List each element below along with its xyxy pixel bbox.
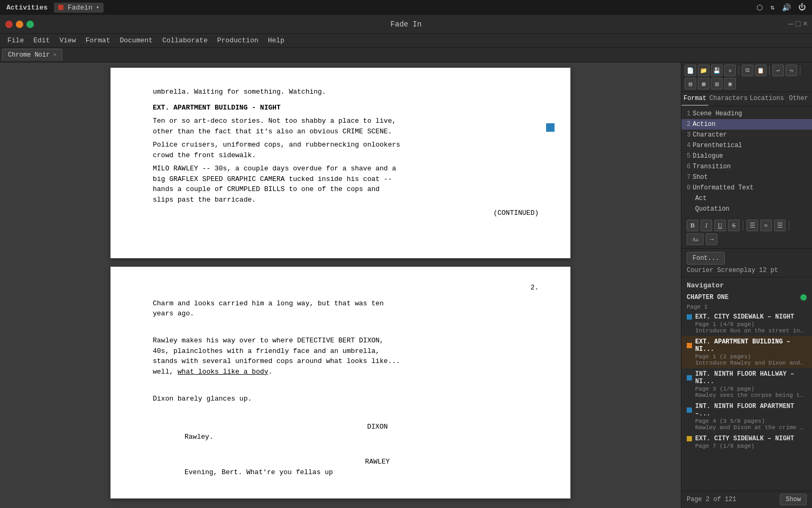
nav-scene-4-header: INT. NINTH FLOOR APARTMENT –... [687, 403, 807, 418]
align-left-button[interactable]: ☰ [746, 220, 758, 231]
format-character[interactable]: 3 Character [681, 130, 812, 140]
page2-action2-end: . [268, 368, 272, 376]
window-btn-2[interactable]: □ [796, 20, 801, 29]
menu-document[interactable]: Document [115, 35, 156, 46]
page1-action2: Police cruisers, uniformed cops, and rub… [153, 140, 539, 160]
tab-bar: Chrome Noir × [0, 48, 812, 62]
nav-scene-5-header: EXT. CITY SIDEWALK – NIGHT [687, 435, 807, 442]
menu-production[interactable]: Production [213, 35, 263, 46]
tab-close-button[interactable]: × [53, 52, 57, 58]
app-menu-arrow: ▾ [96, 4, 99, 11]
page2-action2: Rawley makes his way over to where DETEC… [153, 335, 539, 377]
format-act[interactable]: Act [681, 193, 812, 204]
toolbar-view3-btn[interactable]: ▥ [711, 78, 723, 89]
main-area: umbrella. Waiting for something. Watchin… [0, 62, 812, 508]
tab-characters[interactable]: Characters [708, 92, 749, 106]
toolbar-save-btn[interactable]: 💾 [711, 65, 723, 76]
window-btn-3[interactable]: × [802, 20, 808, 29]
menu-format[interactable]: Format [81, 35, 115, 46]
page1-top-text: umbrella. Waiting for something. Watchin… [153, 87, 539, 97]
title-bar: Fade In — □ × [0, 15, 812, 34]
format-scene-heading[interactable]: 1 Scene Heading [681, 108, 812, 119]
nav-scene-1[interactable]: EXT. CITY SIDEWALK – NIGHT Page 1 (4/8 p… [681, 311, 812, 336]
format-quotation[interactable]: Quotation [681, 204, 812, 214]
volume-icon: 🔊 [782, 3, 791, 12]
page-1: umbrella. Waiting for something. Watchin… [110, 68, 570, 258]
toolbar-view1-btn[interactable]: ▤ [685, 78, 696, 89]
align-center-button[interactable]: ≡ [760, 220, 772, 231]
fmt-sep2 [789, 221, 789, 230]
format-action[interactable]: 2 Action [681, 119, 812, 130]
show-button[interactable]: Show [780, 494, 807, 505]
bold-button[interactable]: B [687, 220, 698, 231]
page2-char1: DIXON [216, 422, 539, 432]
toolbar-copy-btn[interactable]: ⧉ [742, 65, 753, 76]
toolbar-open-btn[interactable]: 📁 [698, 65, 709, 76]
align-right-button[interactable]: ☰ [774, 220, 786, 231]
text-size-decrease-button[interactable]: Aa [687, 233, 704, 245]
page2-dial1: Rawley. [184, 432, 507, 442]
app-menu[interactable]: Fadein ▾ [54, 3, 104, 13]
window-close-btn[interactable] [5, 21, 13, 28]
format-unformatted[interactable]: 0 Unformatted Text [681, 183, 812, 193]
toolbar-view4-btn[interactable]: ▣ [724, 78, 736, 89]
menu-view[interactable]: View [55, 35, 80, 46]
toolbar-undo-btn[interactable]: ↩ [772, 65, 784, 76]
format-num-6: 6 [687, 163, 690, 170]
menu-file[interactable]: File [3, 35, 28, 46]
italic-button[interactable]: I [700, 220, 712, 231]
nav-scene-5[interactable]: EXT. CITY SIDEWALK – NIGHT Page 7 (1/8 p… [681, 433, 812, 450]
nav-scene-2[interactable]: EXT. APARTMENT BUILDING – NI... Page 1 (… [681, 336, 812, 368]
format-num-0: 0 [687, 184, 690, 192]
text-indent-button[interactable]: → [706, 233, 717, 245]
scene-marker [546, 123, 555, 132]
toolbar-close-btn[interactable]: ✕ [724, 65, 736, 76]
format-label-dialogue: Dialogue [693, 152, 723, 160]
toolbar-new-btn[interactable]: 📄 [685, 65, 696, 76]
format-shot[interactable]: 7 Shot [681, 172, 812, 183]
tab-format[interactable]: Format [681, 92, 708, 106]
nav-scene-4[interactable]: INT. NINTH FLOOR APARTMENT –... Page 4 (… [681, 401, 812, 433]
underline-button[interactable]: U [714, 220, 726, 231]
page1-action1: Ten or so art-deco stories. Not too shab… [153, 116, 539, 137]
editor-area[interactable]: umbrella. Waiting for something. Watchin… [0, 62, 681, 508]
format-dialogue[interactable]: 5 Dialogue [681, 151, 812, 161]
system-bar: Activities Fadein ▾ ⬡ ⇅ 🔊 ⏻ [0, 0, 812, 15]
nav-scene-3-header: INT. NINTH FLOOR HALLWAY – NI... [687, 370, 807, 385]
power-icon: ⏻ [798, 3, 806, 12]
network-icon: ⇅ [770, 3, 774, 12]
menu-help[interactable]: Help [264, 35, 289, 46]
menu-edit[interactable]: Edit [29, 35, 54, 46]
window-minimize-btn[interactable] [16, 21, 23, 28]
format-num-2: 2 [687, 121, 690, 128]
page-info-bar: Page 2 of 121 Show [681, 491, 812, 508]
app-name: Fadein [68, 4, 93, 12]
format-tabs: Format Characters Locations Other [681, 92, 812, 106]
window-maximize-btn[interactable] [26, 21, 34, 28]
page-info-text: Page 2 of 121 [687, 496, 736, 503]
page2-char2: RAWLEY [216, 457, 539, 467]
tab-locations[interactable]: Locations [749, 92, 785, 106]
format-num-5: 5 [687, 152, 690, 160]
activities-label[interactable]: Activities [6, 4, 48, 12]
document-tab[interactable]: Chrome Noir × [2, 49, 62, 61]
nav-chapter-one: CHAPTER ONE [681, 292, 812, 302]
menu-bar: File Edit View Format Document Collabora… [0, 34, 812, 48]
font-button[interactable]: Font... [687, 252, 725, 265]
toolbar-paste-btn[interactable]: 📋 [755, 65, 767, 76]
toolbar-view2-btn[interactable]: ▦ [698, 78, 709, 89]
window-btn-1[interactable]: — [788, 20, 793, 29]
format-transition[interactable]: 6 Transition [681, 161, 812, 172]
toolbar-sep3 [800, 66, 800, 75]
format-label-transition: Transition [693, 163, 731, 170]
nav-scene-3[interactable]: INT. NINTH FLOOR HALLWAY – NI... Page 3 … [681, 368, 812, 401]
format-parenthetical[interactable]: 4 Parenthetical [681, 140, 812, 151]
toolbar-sep2 [769, 66, 770, 75]
format-label-shot: Shot [693, 174, 708, 181]
navigator-title: Navigator [681, 278, 812, 292]
tab-other[interactable]: Other [785, 92, 812, 106]
toolbar-redo-btn[interactable]: ↪ [786, 65, 797, 76]
menu-collaborate[interactable]: Collaborate [158, 35, 212, 46]
strikethrough-button[interactable]: S [728, 220, 740, 231]
nav-scene-3-title: INT. NINTH FLOOR HALLWAY – NI... [695, 370, 807, 385]
